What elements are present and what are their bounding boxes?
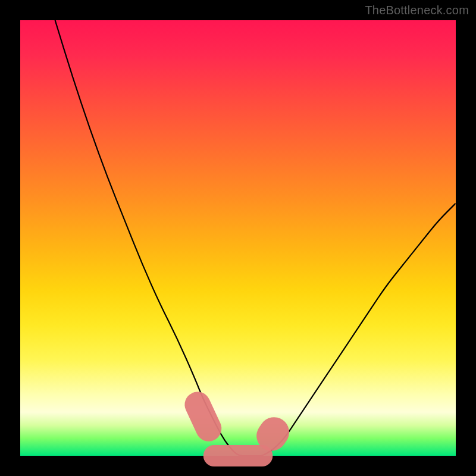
trough-marker-group [180, 387, 295, 466]
svg-rect-0 [180, 387, 226, 445]
bottleneck-curve [55, 20, 456, 456]
outer-frame: TheBottleneck.com [0, 0, 476, 476]
left-descent-blob [180, 387, 226, 445]
bottom-flat-blob [203, 445, 273, 466]
plot-area [20, 20, 456, 456]
chart-svg [20, 20, 456, 456]
watermark-text: TheBottleneck.com [365, 4, 469, 17]
svg-rect-1 [203, 445, 273, 466]
